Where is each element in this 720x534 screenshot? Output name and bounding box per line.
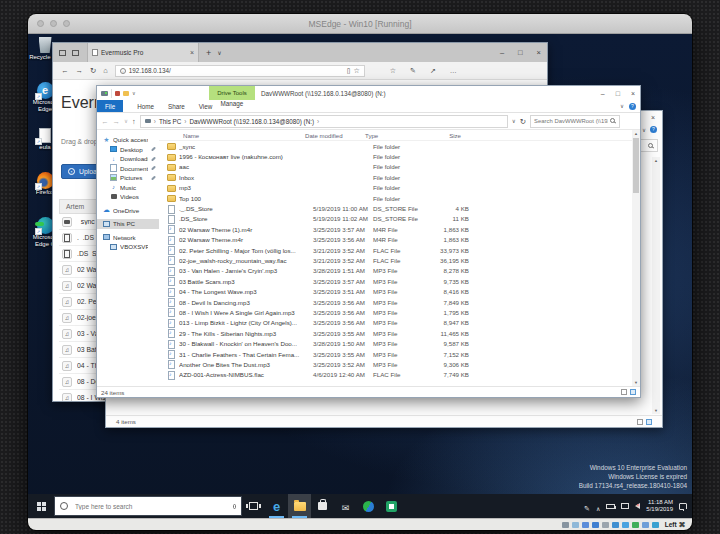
sidebar-item[interactable]: Videos [97, 192, 159, 202]
scroll-down-icon[interactable]: ▼ [652, 407, 660, 414]
taskbar-app-button[interactable] [357, 494, 380, 518]
sidebar-item[interactable]: Pictures [97, 173, 159, 183]
tab-file[interactable]: File [97, 100, 123, 112]
scroll-up-icon[interactable]: ▲ [652, 157, 660, 164]
task-view-button[interactable] [242, 494, 265, 518]
column-size[interactable]: Size [417, 132, 461, 139]
column-type[interactable]: Type [365, 132, 417, 139]
file-row[interactable]: ._.DS_Store 5/19/2019 11:00 AM DS_STORE … [159, 203, 632, 213]
file-row[interactable]: 1996 - Космонавт live (nakuhne.com) File… [159, 151, 632, 161]
thumbnail-view-icon[interactable] [646, 419, 652, 425]
file-row[interactable]: 02 Warsaw Theme (1).m4r 3/25/2019 3:57 A… [159, 224, 632, 234]
details-view-icon[interactable] [621, 389, 627, 395]
browser-back-icon[interactable]: ← [61, 66, 69, 75]
new-folder-icon[interactable] [123, 91, 129, 96]
up-icon[interactable]: ↑ [132, 117, 136, 126]
taskbar-mail-button[interactable] [334, 494, 357, 518]
browser-minimize-button[interactable]: – [500, 48, 504, 57]
sidebar-item[interactable]: Documents [97, 164, 159, 174]
taskbar-search-box[interactable] [54, 496, 242, 516]
file-row[interactable]: AZD-001-Actress-NIMBUS.flac 4/6/2019 12:… [159, 370, 632, 380]
help-icon[interactable] [629, 103, 636, 110]
file-row[interactable]: 31 - Charlie Feathers - That Certain Fem… [159, 349, 632, 359]
tab-list-chevron-icon[interactable]: ∨ [217, 49, 221, 56]
sidebar-item[interactable]: VBOXSVR [97, 242, 159, 252]
file-row[interactable]: Another One Bites The Dust.mp3 3/25/2019… [159, 359, 632, 369]
file-row[interactable]: 02-joe_walsh-rocky_mountain_way.flac 3/2… [159, 255, 632, 265]
show-hidden-icons-chevron[interactable] [596, 497, 600, 515]
file-row[interactable]: Inbox File folder [159, 172, 632, 182]
scroll-down-icon[interactable]: ▼ [632, 379, 640, 386]
vbox-status-icon[interactable] [602, 522, 609, 528]
volume-muted-icon[interactable] [635, 503, 640, 509]
sidebar-item[interactable]: Quick access [97, 135, 159, 145]
file-row[interactable]: 29 - The Kills - Siberian Nights.mp3 3/2… [159, 328, 632, 338]
browser-forward-icon[interactable]: → [76, 66, 84, 75]
file-row[interactable]: 30 - Blakwall - Knockin' on Heaven's Doo… [159, 338, 632, 348]
scrollbar-thumb[interactable] [633, 138, 639, 193]
battery-icon[interactable] [606, 504, 615, 509]
site-info-icon[interactable]: i [120, 68, 126, 74]
sidebar-item[interactable]: This PC [97, 219, 159, 229]
file-row[interactable]: 03 Battle Scars.mp3 3/25/2019 3:57 AM MP… [159, 276, 632, 286]
file-row[interactable]: mp3 File folder [159, 183, 632, 193]
more-menu-icon[interactable]: … [450, 67, 457, 75]
web-note-icon[interactable]: ✎ [410, 67, 416, 75]
details-view-icon[interactable] [637, 419, 643, 425]
vbox-status-icon[interactable] [582, 522, 589, 528]
file-row[interactable]: aac File folder [159, 162, 632, 172]
explorer2-close-button[interactable]: × [651, 114, 655, 121]
explorer-minimize-button[interactable]: – [601, 90, 605, 97]
explorer2-scrollbar[interactable]: ▲ ▼ [652, 157, 660, 414]
file-row[interactable]: 02 Warsaw Theme.m4r 3/25/2019 3:56 AM M4… [159, 235, 632, 245]
file-row[interactable]: 04 - The Longest Wave.mp3 3/25/2019 3:51… [159, 286, 632, 296]
favorites-hub-icon[interactable]: ☆ [390, 67, 396, 75]
windows-ink-icon[interactable] [584, 497, 590, 515]
file-row[interactable]: _sync File folder [159, 141, 632, 151]
action-center-icon[interactable] [679, 503, 687, 510]
sidebar-item[interactable]: Network [97, 233, 159, 243]
url-field[interactable]: i 192.168.0.134/ ▯ ☆ [115, 65, 365, 77]
drive-tools-tab[interactable]: Drive Tools [209, 86, 255, 100]
explorer-search-box[interactable] [530, 115, 620, 128]
thumbnail-view-icon[interactable] [630, 389, 636, 395]
set-tabs-aside-icon[interactable] [59, 50, 66, 56]
taskbar-store-button[interactable] [311, 494, 334, 518]
browser-refresh-icon[interactable]: ↻ [90, 66, 96, 75]
file-row[interactable]: Top 100 File folder [159, 193, 632, 203]
new-tab-button[interactable]: + [206, 48, 211, 58]
browser-maximize-button[interactable]: □ [518, 48, 523, 57]
tab-manage[interactable]: Manage [209, 100, 255, 107]
sidebar-item[interactable]: Desktop [97, 145, 159, 155]
breadcrumb-this-pc[interactable]: This PC [159, 118, 181, 125]
vbox-status-icon[interactable] [642, 522, 649, 528]
explorer2-ribbon-chevron-icon[interactable]: ∨ [642, 127, 646, 133]
scroll-up-icon[interactable]: ▲ [632, 130, 640, 137]
tab-close-icon[interactable]: × [190, 49, 194, 56]
column-name[interactable]: Name [159, 132, 305, 139]
explorer-scrollbar[interactable]: ▲ ▼ [632, 130, 640, 386]
vbox-status-icon[interactable] [572, 522, 579, 528]
recent-locations-chevron-icon[interactable]: ∨ [124, 118, 128, 124]
vbox-status-icon[interactable] [612, 522, 619, 528]
vbox-status-icon[interactable] [562, 522, 569, 528]
address-dropdown-chevron-icon[interactable]: ∨ [512, 118, 516, 124]
browser-home-icon[interactable]: ⌂ [103, 66, 108, 75]
start-button[interactable] [28, 494, 54, 518]
column-date-modified[interactable]: Date modified [305, 132, 365, 139]
file-row[interactable]: 02. Peter Schilling - Major Tom (völlig … [159, 245, 632, 255]
file-row[interactable]: 03 - Van Halen - Jamie's Cryin'.mp3 3/28… [159, 266, 632, 276]
add-favorite-star-icon[interactable]: ☆ [354, 67, 360, 75]
vbox-status-icon[interactable] [632, 522, 639, 528]
back-icon[interactable]: ← [101, 117, 109, 126]
file-row[interactable]: 013 - Limp Bizkit - Lightz (City Of Ange… [159, 318, 632, 328]
taskbar-app-button-2[interactable] [380, 494, 403, 518]
explorer-close-button[interactable]: × [631, 90, 635, 97]
vbox-status-icon[interactable] [652, 522, 659, 528]
microphone-icon[interactable] [233, 504, 236, 509]
sidebar-item[interactable]: Downloads [97, 154, 159, 164]
browser-close-button[interactable]: × [537, 48, 541, 57]
forward-icon[interactable]: → [113, 117, 121, 126]
file-row[interactable]: .DS_Store 5/19/2019 11:02 AM DS_STORE Fi… [159, 214, 632, 224]
properties-icon[interactable] [115, 91, 120, 96]
